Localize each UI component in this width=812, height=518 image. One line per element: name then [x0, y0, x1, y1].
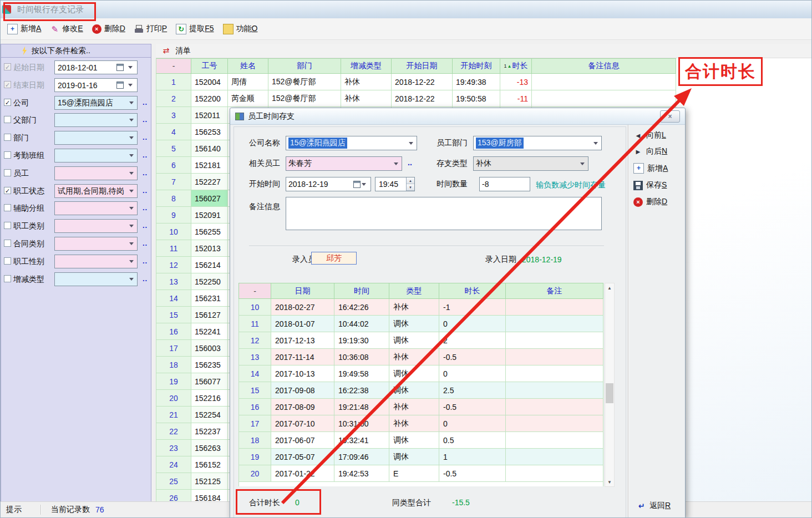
history-column-header-4[interactable]: 时长 — [439, 283, 506, 299]
filter-checkbox[interactable] — [4, 151, 11, 159]
toolbar-button-extract[interactable]: ↻提取F5 — [171, 22, 218, 37]
table-row[interactable]: 1152004周倩152@餐厅部补休2018-12-2219:49:38-13 — [156, 74, 676, 90]
note-textarea[interactable] — [286, 197, 602, 230]
type-combo[interactable]: 补休 — [473, 156, 588, 171]
filter-checkbox[interactable]: ✓ — [4, 81, 11, 88]
dialog-button-save[interactable]: 保存S — [633, 180, 667, 190]
filter-checkbox[interactable]: ✓ — [4, 99, 11, 106]
history-row[interactable]: 202017-01-2219:42:53E-0.5 — [238, 465, 603, 482]
column-header-3[interactable]: 部门 — [268, 58, 341, 74]
filter-checkbox[interactable] — [4, 275, 11, 282]
history-row[interactable]: 112018-01-0710:44:02调休0 — [238, 316, 603, 332]
history-row[interactable]: 152017-09-0816:22:38调休2.5 — [238, 382, 603, 399]
history-row[interactable]: 102018-02-2716:42:26补休-1 — [238, 299, 603, 316]
more-button[interactable]: .. — [143, 239, 148, 247]
filter-checkbox[interactable] — [4, 222, 11, 229]
dialog-button-new[interactable]: +新增A — [633, 163, 668, 174]
history-column-header-2[interactable]: 时间 — [334, 283, 389, 299]
button-text: 提取 — [189, 24, 205, 33]
history-row[interactable]: 132017-11-1410:36:08补休-0.5 — [238, 349, 603, 365]
table-row[interactable]: 2152200芮金顺152@餐厅部补休2018-12-2219:50:58-11 — [156, 90, 676, 107]
column-header-0[interactable]: - — [156, 58, 191, 74]
history-column-header-1[interactable]: 日期 — [271, 283, 334, 299]
filter-row-8: 辅助分组.. — [1, 201, 151, 216]
history-row[interactable]: 142017-10-1319:49:58调休0 — [238, 365, 603, 382]
spin-up-icon[interactable]: ▲ — [407, 177, 414, 184]
scrollbar-thumb[interactable] — [606, 383, 613, 403]
quantity-input[interactable]: -8 — [479, 177, 530, 191]
dialog-button-prev[interactable]: ◄向前L — [633, 130, 666, 140]
toolbar-button-new[interactable]: +新增A — [3, 22, 45, 37]
spin-down-icon[interactable]: ▼ — [407, 184, 414, 191]
close-icon[interactable]: × — [660, 110, 680, 123]
column-header-5[interactable]: 开始日期 — [392, 58, 453, 74]
toolbar-button-delete[interactable]: ×删除D — [88, 22, 130, 36]
toolbar-button-edit[interactable]: ✎修改E — [45, 22, 87, 36]
toolbar-button-function[interactable]: 功能O — [219, 22, 262, 37]
history-column-header-0[interactable]: - — [238, 283, 271, 299]
dept-combo[interactable]: 153@厨房部 — [473, 136, 602, 150]
filter-checkbox[interactable]: ✓ — [4, 187, 11, 194]
column-header-4[interactable]: 增减类型 — [341, 58, 392, 74]
dialog-titlebar[interactable]: 员工时间存支 — [230, 108, 685, 125]
time-spinner[interactable]: ▲ ▼ — [406, 177, 414, 191]
start-time-spinner[interactable]: 19:45 ▲ ▼ — [375, 177, 415, 191]
more-button[interactable]: .. — [143, 204, 148, 212]
filter-checkbox[interactable] — [4, 134, 11, 141]
filter-checkbox[interactable] — [4, 257, 11, 265]
date-input[interactable]: 2019-01-16 — [54, 78, 138, 92]
dialog-button-delete[interactable]: ×删除D — [633, 197, 667, 207]
more-button[interactable]: .. — [143, 169, 148, 177]
company-combo[interactable]: 15@溧阳燕园店 — [286, 136, 417, 150]
filter-checkbox[interactable]: ✓ — [4, 63, 11, 70]
dialog-button-next[interactable]: ►向后N — [633, 146, 667, 156]
column-header-7[interactable]: 1▲时长 — [500, 58, 532, 74]
history-row[interactable]: 122017-12-1319:19:30调休2 — [238, 332, 603, 349]
filter-checkbox[interactable] — [4, 116, 11, 123]
start-date-picker[interactable]: 2018-12-19 — [286, 177, 371, 191]
calendar-dropdown-button[interactable] — [115, 79, 137, 92]
history-column-header-3[interactable]: 类型 — [389, 283, 439, 299]
more-button[interactable]: .. — [143, 115, 148, 124]
filter-combo[interactable] — [54, 237, 138, 251]
more-button[interactable]: .. — [143, 257, 148, 265]
more-button[interactable]: .. — [143, 151, 148, 159]
column-header-1[interactable]: 工号 — [191, 58, 228, 74]
scroll-down-icon[interactable]: ▼ — [605, 478, 614, 486]
filter-combo[interactable] — [54, 131, 138, 145]
more-button[interactable]: .. — [143, 98, 148, 106]
filter-combo[interactable] — [54, 149, 138, 162]
history-row[interactable]: 182017-06-0719:32:41调休0.5 — [238, 432, 603, 449]
filter-combo[interactable] — [54, 166, 138, 180]
more-button[interactable]: .. — [143, 133, 148, 141]
filter-combo[interactable] — [54, 113, 138, 127]
history-row[interactable]: 172017-07-1010:31:00补休0 — [238, 415, 603, 432]
filter-combo[interactable]: 15@溧阳燕园店 — [54, 96, 138, 110]
employee-combo[interactable]: 朱春芳 — [286, 156, 402, 171]
column-header-8[interactable]: 备注信息 — [532, 58, 676, 74]
filter-checkbox[interactable] — [4, 169, 11, 176]
history-row[interactable]: 192017-05-0717:09:46调休1 — [238, 449, 603, 465]
filter-combo[interactable] — [54, 255, 138, 268]
filter-combo[interactable] — [54, 219, 138, 233]
history-column-header-5[interactable]: 备注 — [506, 283, 603, 299]
history-row[interactable]: 162017-08-0919:21:48补休-0.5 — [238, 399, 603, 415]
column-header-2[interactable]: 姓名 — [228, 58, 268, 74]
history-scrollbar[interactable]: ▲ ▼ — [605, 283, 615, 487]
more-button[interactable]: .. — [143, 221, 148, 230]
toolbar-button-print[interactable]: 打印P — [130, 22, 171, 36]
filter-combo[interactable]: 试用期,合同期,待岗 — [54, 184, 138, 198]
date-input[interactable]: 2018-12-01 — [54, 60, 138, 74]
scroll-up-icon[interactable]: ▲ — [605, 283, 614, 292]
column-header-6[interactable]: 开始时刻 — [453, 58, 500, 74]
dialog-button-return[interactable]: ↵ 返回R — [637, 501, 671, 511]
filter-checkbox[interactable] — [4, 204, 11, 211]
calendar-dropdown-button[interactable] — [115, 61, 137, 74]
more-button[interactable]: .. — [143, 186, 148, 195]
filter-combo[interactable] — [54, 272, 138, 286]
calendar-dropdown-button[interactable] — [352, 177, 371, 191]
filter-checkbox[interactable] — [4, 240, 11, 247]
filter-combo[interactable] — [54, 201, 138, 215]
more-button[interactable]: .. — [143, 275, 148, 283]
employee-more-button[interactable]: .. — [408, 155, 412, 170]
